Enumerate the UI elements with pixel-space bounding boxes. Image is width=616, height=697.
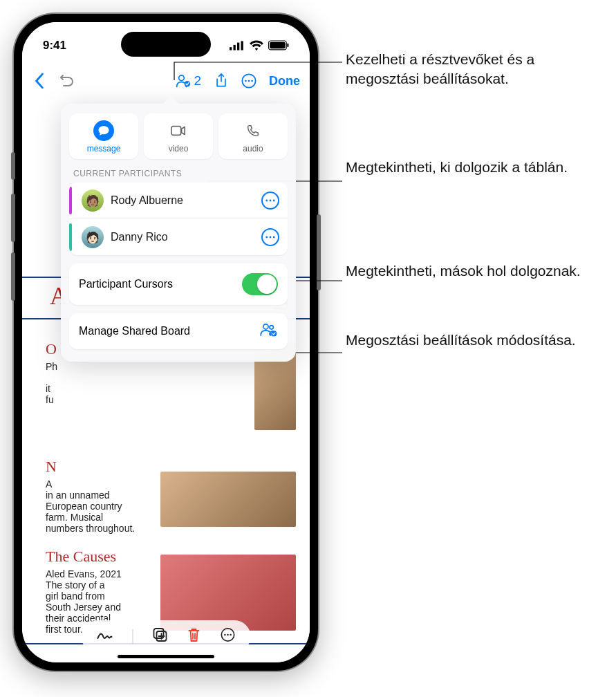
person-share-icon — [176, 73, 191, 89]
svg-point-21 — [270, 326, 273, 329]
video-label: video — [147, 144, 210, 154]
more-button[interactable] — [241, 73, 256, 89]
participant-name: Rody Albuerne — [111, 194, 254, 207]
participant-cursors-toggle[interactable] — [242, 273, 278, 295]
home-indicator[interactable] — [118, 655, 214, 658]
svg-point-12 — [251, 80, 253, 82]
audio-button[interactable]: audio — [218, 113, 288, 159]
participant-more-button[interactable] — [261, 192, 279, 210]
communication-row: message video audio — [69, 113, 288, 159]
svg-point-18 — [270, 236, 272, 239]
dynamic-island — [121, 32, 211, 57]
collaboration-popover: message video audio CURRENT PARTICIPANTS — [61, 104, 296, 362]
svg-point-19 — [273, 236, 275, 239]
top-toolbar: 2 Done — [22, 64, 310, 98]
message-icon — [93, 120, 114, 141]
svg-rect-5 — [270, 42, 286, 49]
draw-tool[interactable] — [97, 629, 113, 644]
svg-point-27 — [227, 634, 229, 636]
people-share-icon — [260, 323, 278, 340]
ellipsis-icon — [265, 199, 275, 202]
more-tool[interactable] — [221, 627, 236, 646]
back-button[interactable] — [32, 73, 47, 89]
avatar: 🧑🏽 — [82, 189, 104, 212]
participants-section-label: CURRENT PARTICIPANTS — [73, 169, 283, 178]
message-button[interactable]: message — [69, 113, 138, 159]
ellipsis-circle-icon — [221, 627, 236, 642]
svg-rect-6 — [287, 44, 288, 47]
status-icons — [230, 38, 289, 53]
audio-label: audio — [221, 144, 285, 154]
signal-icon — [230, 38, 245, 53]
svg-rect-13 — [171, 127, 181, 136]
wifi-icon — [249, 38, 264, 53]
undo-button[interactable] — [59, 73, 75, 89]
svg-point-15 — [270, 200, 272, 202]
done-button[interactable]: Done — [269, 74, 300, 89]
undo-icon — [59, 73, 75, 89]
cursors-card: Participant Cursors — [69, 263, 288, 305]
svg-point-11 — [248, 80, 250, 82]
share-button[interactable] — [214, 73, 229, 89]
message-label: message — [72, 144, 136, 154]
phone-icon — [243, 120, 263, 141]
svg-point-16 — [273, 200, 275, 202]
video-button[interactable]: video — [144, 113, 213, 159]
trash-icon — [187, 627, 201, 642]
participant-row[interactable]: 🧑🏽 Rody Albuerne — [69, 183, 288, 219]
ellipsis-icon — [265, 236, 275, 239]
participant-cursors-row[interactable]: Participant Cursors — [69, 263, 288, 305]
participant-color — [69, 223, 72, 251]
duplicate-icon — [153, 627, 168, 642]
manage-shared-board-label: Manage Shared Board — [79, 325, 190, 337]
manage-shared-board-button[interactable]: Manage Shared Board — [69, 313, 288, 349]
svg-point-26 — [224, 634, 226, 636]
participant-cursors-label: Participant Cursors — [79, 278, 173, 290]
status-time: 9:41 — [43, 39, 66, 53]
svg-point-14 — [265, 200, 268, 202]
separator — [133, 629, 133, 644]
participant-count: 2 — [194, 73, 201, 89]
avatar: 🧑🏻 — [82, 226, 104, 248]
scribble-icon — [97, 630, 113, 641]
video-icon — [168, 120, 189, 141]
participant-row[interactable]: 🧑🏻 Danny Rico — [69, 219, 288, 255]
svg-rect-3 — [241, 41, 243, 50]
svg-rect-2 — [237, 43, 239, 50]
manage-card: Manage Shared Board — [69, 313, 288, 349]
participant-color — [69, 187, 72, 214]
participant-name: Danny Rico — [111, 231, 254, 243]
collaborate-button[interactable]: 2 — [176, 73, 201, 89]
svg-point-20 — [263, 324, 268, 329]
svg-point-7 — [179, 75, 185, 81]
delete-tool[interactable] — [187, 627, 201, 646]
svg-rect-0 — [230, 47, 232, 50]
share-icon — [214, 73, 229, 89]
svg-rect-1 — [234, 45, 236, 50]
ellipsis-circle-icon — [241, 73, 256, 89]
participants-list: 🧑🏽 Rody Albuerne 🧑🏻 Danny Rico — [69, 183, 288, 255]
bottom-toolbar — [82, 620, 251, 653]
svg-point-10 — [245, 80, 247, 82]
participant-more-button[interactable] — [261, 228, 279, 246]
chevron-left-icon — [32, 73, 47, 89]
svg-point-17 — [265, 236, 268, 239]
duplicate-tool[interactable] — [153, 627, 168, 646]
svg-point-28 — [230, 634, 232, 636]
battery-icon — [268, 38, 289, 53]
